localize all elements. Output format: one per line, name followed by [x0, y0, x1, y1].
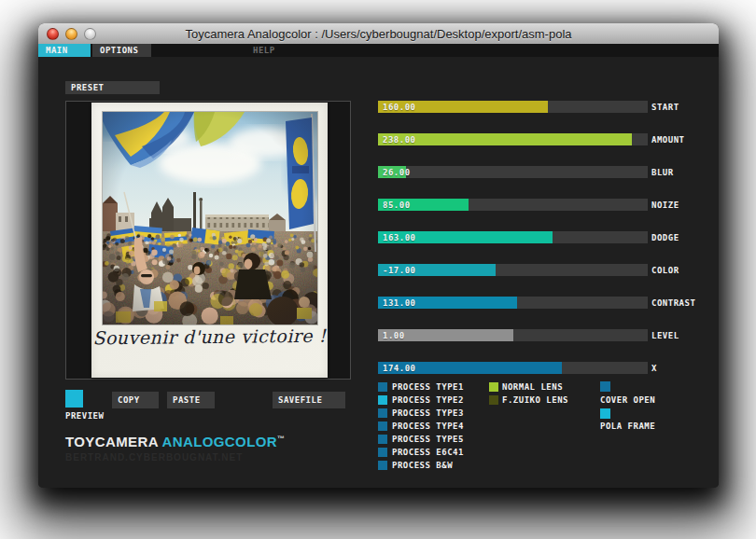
label-process-type1: PROCESS TYPE1: [392, 382, 464, 392]
checkbox-process-type1[interactable]: [378, 382, 387, 392]
slider-x: 174.00X: [378, 362, 719, 374]
slider-color: -17.00COLOR: [378, 264, 719, 276]
main-panel: PRESET: [38, 57, 719, 488]
slider-level-label: LEVEL: [651, 331, 679, 340]
label-process-type2: PROCESS TYPE2: [392, 395, 464, 405]
window-titlebar[interactable]: Toycamera Analogcolor : /Users/cyberboug…: [38, 23, 719, 45]
slider-color-value: -17.00: [383, 266, 416, 275]
label-process-type4: PROCESS TYPE4: [392, 422, 464, 431]
tab-main[interactable]: MAIN: [38, 44, 91, 57]
label-cover-open: COVER OPEN: [600, 395, 655, 405]
tab-options[interactable]: OPTIONS: [92, 44, 151, 57]
preset-button[interactable]: PRESET: [65, 81, 160, 94]
preview-panel: Souvenir d'une victoire !: [65, 101, 351, 380]
label-process-bw: PROCESS B&W: [392, 461, 453, 470]
slider-start-value: 160.00: [383, 103, 416, 112]
app-logo: TOYCAMERA ANALOGCOLOR™: [65, 434, 285, 449]
slider-noize-label: NOIZE: [651, 200, 679, 210]
slider-amount-label: AMOUNT: [651, 135, 685, 145]
label-fzuiko-lens: F.ZUIKO LENS: [502, 395, 568, 405]
tab-help[interactable]: HELP: [245, 44, 301, 57]
checkbox-process-type3[interactable]: [378, 408, 387, 418]
slider-amount-value: 238.00: [383, 135, 416, 145]
polaroid-caption: Souvenir d'une victoire !: [91, 325, 328, 349]
tab-bar: MAIN OPTIONS HELP: [38, 44, 719, 57]
logo-product: ANALOGCOLOR: [161, 434, 277, 449]
paste-button[interactable]: PASTE: [167, 392, 215, 408]
checkbox-fzuiko-lens[interactable]: [489, 395, 498, 405]
label-process-type3: PROCESS TYPE3: [392, 408, 464, 418]
slider-color-label: COLOR: [651, 266, 679, 275]
checkbox-process-type5[interactable]: [378, 435, 387, 444]
preview-photo: [103, 112, 317, 325]
slider-noize: 85.00NOIZE: [378, 199, 719, 211]
label-preview: PREVIEW: [65, 411, 104, 421]
slider-noize-value: 85.00: [383, 200, 411, 210]
savefile-button[interactable]: SAVEFILE: [273, 392, 345, 408]
slider-x-value: 174.00: [383, 364, 416, 373]
checkbox-cover-open[interactable]: [600, 381, 610, 392]
slider-start-label: START: [651, 103, 679, 112]
slider-contrast: 131.00CONTRAST: [378, 297, 719, 309]
minimize-button[interactable]: [65, 28, 77, 40]
slider-contrast-value: 131.00: [383, 298, 416, 308]
trademark-symbol: ™: [277, 435, 285, 443]
slider-blur-track[interactable]: 26.00: [378, 166, 648, 178]
slider-dodge-label: DODGE: [651, 233, 679, 242]
label-normal-lens: NORMAL LENS: [502, 382, 563, 392]
slider-start: 160.00START: [378, 101, 719, 113]
label-process-e6c41: PROCESS E6C41: [392, 448, 464, 457]
author-url: BERTRAND.CYBERBOUGNAT.NET: [65, 452, 243, 463]
logo-brand: TOYCAMERA: [65, 434, 158, 449]
close-button[interactable]: [47, 28, 59, 40]
slider-level-track[interactable]: 1.00: [378, 329, 648, 341]
slider-dodge-value: 163.00: [383, 233, 416, 242]
slider-color-track[interactable]: -17.00: [378, 264, 648, 276]
checkbox-preview[interactable]: [65, 390, 83, 408]
checkbox-normal-lens[interactable]: [489, 382, 498, 392]
label-pola-frame: POLA FRAME: [600, 422, 655, 431]
slider-blur: 26.00BLUR: [378, 166, 719, 178]
slider-level-value: 1.00: [383, 331, 405, 340]
copy-button[interactable]: COPY: [112, 392, 159, 408]
window-title: Toycamera Analogcolor : /Users/cyberboug…: [38, 27, 719, 41]
checkbox-process-type4[interactable]: [378, 422, 387, 431]
checkbox-process-type2[interactable]: [378, 395, 387, 405]
label-process-type5: PROCESS TYPE5: [392, 435, 464, 444]
checkbox-pola-frame[interactable]: [600, 408, 610, 419]
polaroid-frame: Souvenir d'une victoire !: [91, 103, 328, 378]
slider-dodge-track[interactable]: 163.00: [378, 231, 648, 243]
zoom-button[interactable]: [84, 28, 96, 40]
slider-x-track[interactable]: 174.00: [378, 362, 648, 374]
slider-blur-label: BLUR: [651, 168, 674, 177]
slider-amount: 238.00AMOUNT: [378, 133, 719, 145]
slider-level: 1.00LEVEL: [378, 329, 719, 341]
slider-dodge: 163.00DODGE: [378, 231, 719, 243]
slider-blur-value: 26.00: [383, 168, 411, 177]
checkbox-process-bw[interactable]: [378, 461, 387, 470]
slider-noize-track[interactable]: 85.00: [378, 199, 648, 211]
slider-contrast-label: CONTRAST: [651, 298, 695, 308]
slider-x-label: X: [651, 364, 657, 373]
slider-start-track[interactable]: 160.00: [378, 101, 648, 113]
slider-amount-track[interactable]: 238.00: [378, 133, 648, 145]
window-controls: [47, 28, 96, 40]
slider-contrast-track[interactable]: 131.00: [378, 297, 648, 309]
checkbox-process-e6c41[interactable]: [378, 448, 387, 457]
app-window: Toycamera Analogcolor : /Users/cyberboug…: [38, 23, 719, 488]
